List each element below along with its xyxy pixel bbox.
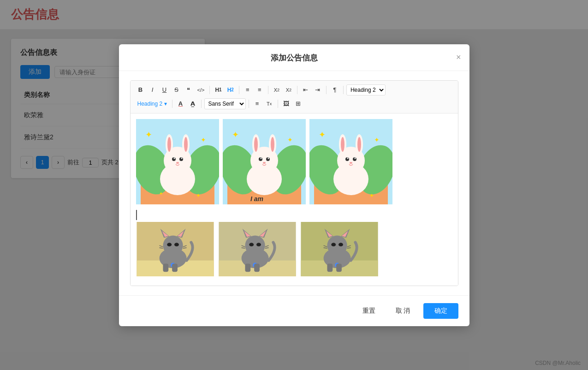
sep1 xyxy=(209,86,210,94)
svg-point-13 xyxy=(173,157,175,159)
svg-line-88 xyxy=(265,248,268,248)
svg-point-54 xyxy=(350,162,352,164)
align-button[interactable]: ≡ xyxy=(252,98,263,109)
cat-image-3 xyxy=(300,222,379,276)
cat-image-2 xyxy=(218,222,297,276)
svg-rect-73 xyxy=(163,263,168,272)
sup-button[interactable]: X2 xyxy=(283,84,294,95)
svg-point-34 xyxy=(267,157,269,159)
svg-line-71 xyxy=(183,248,186,248)
svg-line-86 xyxy=(241,248,245,248)
ol-button[interactable]: ≡ xyxy=(242,84,253,95)
cat-images-row xyxy=(136,222,452,276)
clear-format-button[interactable]: Tx xyxy=(264,98,275,109)
svg-point-95 xyxy=(327,235,347,255)
svg-point-33 xyxy=(260,157,261,159)
indent-right-button[interactable]: ⇥ xyxy=(312,84,323,95)
bunny-images-row: ✦ ✦ ✦ ✦ xyxy=(136,119,452,204)
sep6 xyxy=(343,86,344,94)
svg-text:✦: ✦ xyxy=(319,130,326,139)
svg-point-48 xyxy=(341,137,344,152)
svg-point-67 xyxy=(174,243,179,246)
code-button[interactable]: </> xyxy=(195,84,207,95)
svg-rect-107 xyxy=(327,263,333,272)
image-button[interactable]: 🖼 xyxy=(281,98,292,109)
h2-button[interactable]: H2 xyxy=(225,84,236,95)
svg-point-52 xyxy=(347,157,348,159)
svg-point-30 xyxy=(271,137,274,152)
cat-image-1 xyxy=(136,222,214,276)
bunny-image-1: ✦ ✦ ✦ ✦ xyxy=(136,119,219,204)
svg-text:✦: ✦ xyxy=(232,130,239,139)
sep4 xyxy=(297,86,297,94)
sep3 xyxy=(268,86,268,94)
svg-point-49 xyxy=(357,137,361,152)
reset-button[interactable]: 重置 xyxy=(355,304,383,318)
modal-title: 添加公告信息 xyxy=(271,53,318,63)
svg-rect-74 xyxy=(172,263,178,272)
svg-rect-90 xyxy=(245,263,250,272)
svg-point-100 xyxy=(331,243,336,246)
bold-button[interactable]: B xyxy=(135,84,146,95)
svg-point-10 xyxy=(184,137,188,152)
modal-dialog: 添加公告信息 × B I U S ❝ </> H1 xyxy=(119,44,469,326)
modal-footer: 重置 取 消 确定 xyxy=(119,295,469,326)
svg-line-105 xyxy=(347,248,350,248)
ul-button[interactable]: ≡ xyxy=(254,84,265,95)
table-button[interactable]: ⊞ xyxy=(293,98,304,109)
editor-container: B I U S ❝ </> H1 H2 ≡ ≡ X2 X2 xyxy=(130,80,458,286)
bunny-image-3: ✦ ✦ ✦ xyxy=(309,119,392,204)
editor-toolbar: B I U S ❝ </> H1 H2 ≡ ≡ X2 X2 xyxy=(131,81,458,113)
svg-point-61 xyxy=(163,235,183,255)
h1-button[interactable]: H1 xyxy=(213,84,224,95)
cancel-button[interactable]: 取 消 xyxy=(388,304,418,318)
sep8 xyxy=(201,100,202,108)
indent-left-button[interactable]: ⇤ xyxy=(300,84,311,95)
svg-line-69 xyxy=(159,248,163,248)
svg-point-84 xyxy=(256,243,261,246)
bunny-image-2: I am ✦ ✦ xyxy=(223,119,306,204)
toolbar-row1: B I U S ❝ </> H1 H2 ≡ ≡ X2 X2 xyxy=(135,84,453,95)
svg-rect-91 xyxy=(254,263,260,272)
sep9 xyxy=(249,100,249,108)
italic-button[interactable]: I xyxy=(147,84,158,95)
svg-text:✦: ✦ xyxy=(201,136,206,143)
svg-point-14 xyxy=(181,157,182,159)
font-bg-button[interactable]: A̲ xyxy=(187,98,198,109)
sub-button[interactable]: X2 xyxy=(271,84,282,95)
style-select[interactable]: Normal Heading 1 Heading 2 Heading 3 xyxy=(346,84,386,95)
modal-close-button[interactable]: × xyxy=(456,53,461,61)
svg-text:✦: ✦ xyxy=(159,191,163,196)
svg-point-101 xyxy=(339,243,343,246)
svg-point-9 xyxy=(167,137,171,152)
svg-text:✦: ✦ xyxy=(145,130,152,139)
svg-point-78 xyxy=(245,235,265,255)
svg-text:✦: ✦ xyxy=(196,192,201,199)
svg-text:✦: ✦ xyxy=(374,136,380,143)
editor-content[interactable]: ✦ ✦ ✦ ✦ xyxy=(131,113,458,286)
svg-point-29 xyxy=(254,137,258,152)
sep2 xyxy=(239,86,239,94)
svg-text:✦: ✦ xyxy=(369,192,374,199)
modal-header: 添加公告信息 × xyxy=(119,44,469,71)
heading2-label-button[interactable]: Heading 2 ▾ xyxy=(135,98,169,109)
toolbar-row2: Heading 2 ▾ A A̲ Sans Serif Serif Monosp… xyxy=(135,98,453,109)
svg-point-83 xyxy=(249,243,254,246)
svg-text:I am: I am xyxy=(250,195,263,203)
svg-point-35 xyxy=(263,162,266,164)
modal-overlay: 添加公告信息 × B I U S ❝ </> H1 xyxy=(0,0,588,370)
sep7 xyxy=(172,100,172,108)
svg-rect-108 xyxy=(336,263,342,272)
svg-point-66 xyxy=(167,243,172,246)
strike-button[interactable]: S xyxy=(171,84,182,95)
font-family-select[interactable]: Sans Serif Serif Monospace xyxy=(204,98,246,109)
confirm-button[interactable]: 确定 xyxy=(423,303,458,319)
underline-button[interactable]: U xyxy=(159,84,170,95)
rtl-button[interactable]: ¶ xyxy=(329,84,340,95)
font-color-button[interactable]: A xyxy=(175,98,186,109)
modal-body: B I U S ❝ </> H1 H2 ≡ ≡ X2 X2 xyxy=(119,71,469,295)
sep5 xyxy=(326,86,327,94)
svg-text:✦: ✦ xyxy=(287,136,293,143)
svg-point-53 xyxy=(354,157,356,159)
quote-button[interactable]: ❝ xyxy=(183,84,194,95)
